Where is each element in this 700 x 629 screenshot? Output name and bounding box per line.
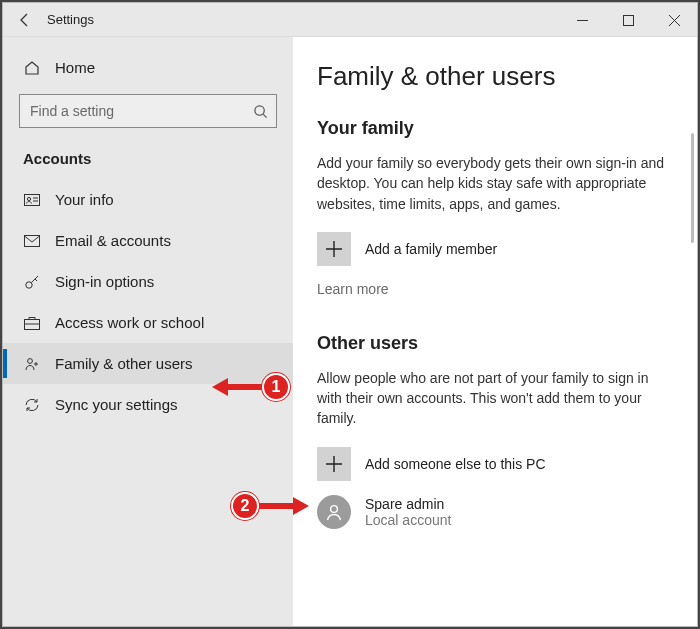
family-description: Add your family so everybody gets their … — [317, 153, 675, 214]
sidebar: Home Accounts Your info Ema — [3, 37, 293, 626]
family-heading: Your family — [317, 118, 675, 139]
close-button[interactable] — [651, 3, 697, 37]
svg-point-8 — [331, 505, 338, 512]
page-title: Family & other users — [317, 61, 675, 92]
user-name: Spare admin — [365, 496, 451, 512]
sidebar-section-title: Accounts — [3, 142, 293, 179]
sidebar-item-sign-in-options[interactable]: Sign-in options — [3, 261, 293, 302]
maximize-button[interactable] — [605, 3, 651, 37]
avatar — [317, 495, 351, 529]
svg-point-5 — [26, 281, 32, 287]
add-someone-else-button[interactable]: Add someone else to this PC — [317, 447, 675, 481]
sidebar-item-label: Your info — [55, 191, 114, 208]
titlebar: Settings — [3, 3, 697, 37]
sidebar-item-sync-settings[interactable]: Sync your settings — [3, 384, 293, 425]
sidebar-item-label: Family & other users — [55, 355, 193, 372]
home-icon — [23, 60, 41, 76]
sidebar-item-access-work-school[interactable]: Access work or school — [3, 302, 293, 343]
minimize-button[interactable] — [559, 3, 605, 37]
briefcase-icon — [23, 316, 41, 330]
svg-rect-2 — [25, 194, 40, 205]
add-family-member-label: Add a family member — [365, 241, 497, 257]
plus-icon — [317, 232, 351, 266]
sidebar-item-email-accounts[interactable]: Email & accounts — [3, 220, 293, 261]
svg-point-3 — [27, 197, 30, 200]
sidebar-nav: Your info Email & accounts Sign-in optio… — [3, 179, 293, 425]
window-title: Settings — [47, 12, 94, 27]
other-users-description: Allow people who are not part of your fa… — [317, 368, 675, 429]
home-label: Home — [55, 59, 95, 76]
sidebar-item-your-info[interactable]: Your info — [3, 179, 293, 220]
search-input[interactable] — [19, 94, 277, 128]
sync-icon — [23, 397, 41, 413]
key-icon — [23, 274, 41, 290]
sidebar-item-label: Email & accounts — [55, 232, 171, 249]
user-card-icon — [23, 194, 41, 206]
plus-icon — [317, 447, 351, 481]
user-account-type: Local account — [365, 512, 451, 528]
sidebar-item-label: Sync your settings — [55, 396, 178, 413]
sidebar-item-label: Access work or school — [55, 314, 204, 331]
home-nav[interactable]: Home — [3, 51, 293, 84]
other-users-heading: Other users — [317, 333, 675, 354]
add-someone-else-label: Add someone else to this PC — [365, 456, 546, 472]
content-pane: Family & other users Your family Add you… — [293, 37, 697, 626]
sidebar-item-label: Sign-in options — [55, 273, 154, 290]
other-user-row[interactable]: Spare admin Local account — [317, 495, 675, 529]
svg-rect-0 — [623, 15, 633, 25]
svg-point-7 — [28, 358, 33, 363]
learn-more-link[interactable]: Learn more — [317, 281, 389, 297]
family-icon — [23, 356, 41, 372]
mail-icon — [23, 235, 41, 247]
back-button[interactable] — [11, 6, 39, 34]
sidebar-item-family-other-users[interactable]: Family & other users — [3, 343, 293, 384]
svg-rect-4 — [25, 235, 40, 246]
scrollbar[interactable] — [691, 133, 694, 243]
add-family-member-button[interactable]: Add a family member — [317, 232, 675, 266]
